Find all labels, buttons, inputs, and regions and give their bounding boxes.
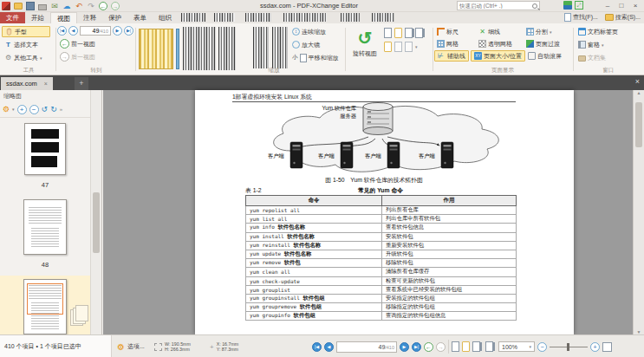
tab-organize[interactable]: 组织 [153,12,178,23]
prev-page-button[interactable]: ◀ [324,342,334,352]
scroll-up-icon[interactable]: ▲ [634,90,644,95]
options-gear-icon[interactable]: ⚙ [117,342,125,352]
back-view-icon[interactable]: ← [99,2,107,10]
pan-zoom-button[interactable]: 小 平移和缩放 [289,52,345,63]
layout-option-icon[interactable] [394,42,402,52]
table-row: yum check-update检查可更新的软件包 [246,276,517,285]
single-page-icon[interactable] [384,28,392,38]
next-page-button[interactable]: ▶ [400,342,409,352]
fullscreen-icon[interactable]: ⤢ [575,1,583,10]
zoom-in-thumbs-icon[interactable]: + [17,105,27,114]
page-size-position-button[interactable]: XY 页面大小/位置 [471,50,525,62]
minimize-button[interactable]: – [601,0,615,11]
print-icon[interactable] [38,4,47,10]
tab-start[interactable]: 开始 [25,12,50,23]
first-page-button[interactable]: |◀ [57,26,67,36]
pdf-page[interactable]: 1部署虚拟环境安装 Linux 系统 [195,90,574,334]
next-page-button[interactable]: ▶ [113,26,122,36]
new-tab-button[interactable]: + [75,77,88,90]
zoom-out-button[interactable]: − [537,342,547,352]
more-icon[interactable]: » [60,107,62,112]
prev-page-button[interactable]: ◀ [68,26,78,36]
continuous-zoom-button[interactable]: ↕ 连续缩放 [289,26,345,37]
previous-view-button[interactable]: ← [424,342,433,352]
special-layout-icon[interactable] [384,42,392,52]
panel-options-icon[interactable]: ⚙ [3,105,10,114]
panel-scrollbar[interactable] [90,90,101,334]
zoom-slider-handle[interactable] [567,343,569,351]
restore-button[interactable]: □ [615,0,628,11]
select-text-button[interactable]: T 选择文本 [2,39,55,50]
next-view-button[interactable]: → 后一视图 [57,51,135,62]
visible-area-rectangle[interactable] [27,283,63,315]
scrollbar-thumb[interactable] [635,102,642,147]
tab-protect[interactable]: 保护 [102,12,127,23]
split-button[interactable]: 分割 ▾ [524,26,555,37]
zoom-out-thumbs-icon[interactable]: − [29,105,39,114]
layout-option2-icon[interactable] [405,42,413,52]
page-transition-button[interactable]: 页面过渡 [524,38,563,49]
thin-lines-button[interactable]: ✕ 细线 [476,26,503,37]
zoom-in-button[interactable]: + [590,342,600,352]
previous-view-button[interactable]: ← 前一视图 [57,38,135,49]
next-view-button[interactable]: → [436,342,446,352]
rotate-ccw-icon[interactable]: ↺ [42,105,49,114]
zoom-level-select[interactable]: 100% ▾ [498,341,535,352]
thumbnail-row-48[interactable]: 48 [0,196,90,270]
tab-form[interactable]: 表单 [127,12,153,23]
email-icon[interactable]: ✉ [50,2,59,10]
grid-button[interactable]: 网格 [434,38,461,49]
chevron-down-icon: ▾ [550,29,552,35]
document-tab[interactable]: ssdax.com × [1,77,53,90]
zoom-slider[interactable] [550,347,588,347]
tab-view[interactable]: 视图 [50,12,77,23]
options-button[interactable]: 选项... [127,342,145,351]
rotate-cw-icon[interactable]: ↻ [50,105,57,114]
continuous-layout-icon[interactable] [394,28,402,38]
cloud-icon[interactable]: ☁ [62,2,71,10]
quick-launch-input[interactable] [459,3,532,9]
two-pages-continuous-icon[interactable] [415,28,423,38]
open-folder-icon[interactable] [14,3,23,10]
quick-launch-box[interactable] [457,1,540,10]
undo-icon[interactable]: ↶ [75,2,83,10]
page-number-input[interactable]: 49/410 [80,26,111,36]
last-page-button[interactable]: ▶| [124,26,133,36]
page-number-input[interactable]: 49/410 [336,341,397,353]
two-pages-icon[interactable] [405,28,413,38]
close-button[interactable]: × [628,0,642,11]
first-page-button[interactable]: |◀ [312,342,322,352]
transparent-grid-button[interactable]: 透明网格 [476,38,515,49]
document-set-button[interactable]: 文档集 [576,52,641,63]
panes-button[interactable]: 窗格 ▾ [576,39,641,50]
magnifier-button[interactable]: 放大镜 [289,39,345,50]
tab-file[interactable]: 文件 [0,12,25,23]
chevron-down-icon[interactable]: ▾ [12,107,15,112]
tab-comment[interactable]: 注释 [77,12,102,23]
single-page-button[interactable] [452,341,459,352]
save-icon[interactable] [26,2,35,10]
two-pages-button[interactable] [472,341,480,352]
rotate-view-button[interactable]: ↺ 旋转视图 [348,27,382,70]
redo-icon[interactable]: ↷ [87,2,95,10]
auto-scroll-button[interactable]: 自动滚屏 [525,50,564,62]
share-icon[interactable] [563,1,572,10]
tab-close-icon[interactable]: × [44,77,48,90]
document-area[interactable]: 1部署虚拟环境安装 Linux 系统 [103,90,644,334]
search-button[interactable]: 搜索(S)... [605,13,641,22]
chevron-down-icon[interactable]: ▾ [415,44,418,49]
document-tabs-button[interactable]: 文档标签页 [576,26,641,37]
other-tools-button[interactable]: ⚙ 其他工具 ▾ [2,52,55,63]
find-button[interactable]: 查找(F)... [564,13,598,22]
continuous-layout-button[interactable] [462,341,470,352]
guides-button[interactable]: ⊬ 辅助线 [434,50,469,62]
last-page-button[interactable]: ▶| [412,342,421,352]
fit-page-icon[interactable] [602,342,612,352]
thumbnail-row-47[interactable]: 47 [0,120,90,191]
ruler-button[interactable]: 标尺 [434,26,461,37]
hand-tool-button[interactable]: 手型 [2,26,50,37]
two-pages-continuous-button[interactable] [485,341,493,352]
document-scrollbar[interactable]: ▲ ▼ [633,90,644,334]
forward-view-icon[interactable]: → [111,2,120,10]
close-pane-icon[interactable]: × [635,77,640,86]
